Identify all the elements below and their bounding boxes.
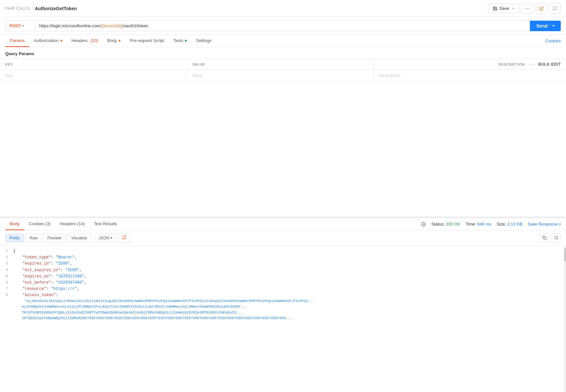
wrap-button[interactable]: [119, 233, 130, 243]
globe-icon: [421, 222, 426, 227]
response-tab-headers[interactable]: Headers (14): [55, 218, 89, 230]
tab-params[interactable]: Params: [5, 35, 29, 47]
cookies-link[interactable]: Cookies: [545, 38, 561, 43]
edit-icon-button[interactable]: [536, 3, 547, 14]
value-cell[interactable]: Value: [187, 70, 374, 81]
time-label: Time: 646 ms: [466, 222, 491, 227]
response-tabs: Body Cookies (3) Headers (14) Test Resul…: [0, 218, 566, 230]
description-cell[interactable]: Description: [374, 70, 566, 81]
more-button[interactable]: ···: [522, 4, 533, 13]
col-key-header: KEY: [0, 59, 187, 70]
col-value-header: VALUE: [187, 59, 374, 70]
view-pretty-button[interactable]: Pretty: [5, 234, 24, 242]
url-prefix: https://login.microsoftonline.com/: [39, 23, 101, 28]
response-tab-body[interactable]: Body: [5, 218, 24, 230]
code-area[interactable]: 1 { 2 "token_type": "Bearer", 3 "expires…: [0, 246, 566, 392]
code-line-1: 1 {: [0, 248, 566, 254]
save-response-chevron: ▾: [559, 222, 561, 226]
time-value: 646 ms: [477, 222, 491, 227]
response-tab-cookies[interactable]: Cookies (3): [24, 218, 55, 230]
scrollbar-thumb[interactable]: [564, 248, 566, 261]
table-row: Key Value Description: [0, 70, 566, 81]
comment-icon-button[interactable]: [550, 3, 561, 14]
code-line-6: 6 "not_before": "1629307486",: [0, 280, 566, 286]
response-tab-test-results[interactable]: Test Results: [89, 218, 122, 230]
method-label: POST: [10, 23, 21, 28]
status-value: 200 OK: [446, 222, 460, 227]
breadcrumb-separator: /: [32, 6, 33, 11]
send-label: Send: [536, 23, 548, 29]
code-line-10: eyJhdWQiOiJodHRwczovL21jcy5tZWRpY2FsLm1p…: [0, 304, 566, 310]
size-label: Size: 2.13 KB: [496, 222, 522, 227]
save-icon: [493, 6, 497, 11]
send-chevron: ▾: [550, 24, 554, 28]
copy-icon: [542, 236, 547, 240]
query-params-label: Query Params: [0, 47, 566, 59]
code-line-2: 2 "token_type": "Bearer",: [0, 254, 566, 261]
search-button[interactable]: [552, 233, 561, 243]
scrollbar-track[interactable]: [564, 246, 566, 392]
save-button[interactable]: Save ▾: [488, 4, 519, 13]
view-visualize-button[interactable]: Visualize: [67, 234, 91, 242]
status-label: Status: 200 OK: [431, 222, 460, 227]
authorization-dot: [60, 40, 62, 42]
body-dot: [119, 40, 120, 42]
format-chevron: ▾: [111, 236, 112, 240]
request-name: AuthorizeGetToken: [35, 6, 77, 11]
top-bar: FHIR CALLS / AuthorizeGetToken Save ▾ ··…: [0, 0, 566, 17]
params-table: KEY VALUE DESCRIPTION ··· Bulk Edit Key: [0, 59, 566, 81]
response-status-bar: Status: 200 OK Time: 646 ms Size: 2.13 K…: [421, 222, 561, 227]
top-bar-actions: Save ▾ ···: [488, 3, 561, 14]
size-value: 2.13 KB: [507, 222, 522, 227]
svg-point-3: [555, 236, 557, 239]
tab-pre-request[interactable]: Pre-request Script: [125, 35, 169, 47]
url-template-var: {{tenantId}}: [101, 23, 122, 28]
code-line-12: 1R7Q59IiwiYXBwaWQiOiI1ZGMyMzRkYS5kYS5kYS…: [0, 316, 566, 322]
format-select[interactable]: JSON ▾: [95, 234, 116, 242]
code-line-8: 8 "access_token":: [0, 292, 566, 298]
request-area: Query Params KEY VALUE DESCRIPTION ··· B…: [0, 47, 566, 218]
code-line-5: 5 "expires_on": "1629311386",: [0, 273, 566, 280]
edit-icon: [539, 6, 544, 11]
search-icon: [554, 236, 558, 240]
tests-dot: [185, 40, 187, 42]
key-cell[interactable]: Key: [0, 70, 187, 81]
tab-body[interactable]: Body: [103, 35, 125, 47]
code-line-3: 3 "expires_in": "3599",: [0, 261, 566, 267]
method-chevron: ▾: [22, 24, 24, 28]
svg-line-4: [557, 239, 558, 239]
comment-icon: [553, 6, 557, 11]
response-area: Body Cookies (3) Headers (14) Test Resul…: [0, 218, 566, 392]
code-line-4: 4 "ext_expires_in": "3599",: [0, 267, 566, 273]
save-response-button[interactable]: Save Response ▾: [528, 222, 561, 227]
tab-authorization[interactable]: Authorization: [29, 35, 67, 47]
tab-tests[interactable]: Tests: [169, 35, 191, 47]
col-desc-header: DESCRIPTION ··· Bulk Edit: [374, 59, 566, 70]
headers-count: (10): [89, 38, 98, 43]
col-more-icon[interactable]: ···: [529, 62, 534, 67]
toolbar-right: [540, 233, 561, 243]
request-tabs: Params Authorization Headers (10) Body P…: [0, 35, 566, 47]
url-bar: POST ▾ https://login.microsoftonline.com…: [0, 17, 566, 35]
code-line-9: "eyJ0eXAiOiJKV1QiLCJhbGciOiJSUzI1NiIsIng…: [0, 299, 566, 305]
send-button[interactable]: Send ▾: [530, 21, 561, 31]
url-suffix: /oauth2/token: [122, 23, 148, 28]
view-preview-button[interactable]: Preview: [43, 234, 66, 242]
save-chevron: ▾: [512, 7, 514, 10]
method-select[interactable]: POST ▾: [5, 20, 35, 31]
copy-button[interactable]: [540, 233, 549, 243]
breadcrumb: FHIR CALLS / AuthorizeGetToken: [5, 6, 77, 11]
tab-settings[interactable]: Settings: [191, 35, 216, 47]
format-label: JSON: [99, 236, 109, 240]
view-raw-button[interactable]: Raw: [25, 234, 42, 242]
wrap-icon: [122, 235, 127, 240]
bulk-edit-button[interactable]: Bulk Edit: [538, 62, 561, 67]
code-line-7: 7 "resource": "https://r",: [0, 286, 566, 292]
svg-rect-2: [544, 237, 546, 240]
breadcrumb-prefix: FHIR CALLS: [5, 6, 30, 11]
tab-headers[interactable]: Headers (10): [67, 35, 103, 47]
response-toolbar: Pretty Raw Preview Visualize JSON ▾: [0, 230, 566, 246]
url-display[interactable]: https://login.microsoftonline.com/{{tena…: [35, 20, 530, 31]
code-line-11: TktOTk3M2I0ODA3Y2Q0LyIsImlhdCI6MTYyOTMwN…: [0, 310, 566, 316]
